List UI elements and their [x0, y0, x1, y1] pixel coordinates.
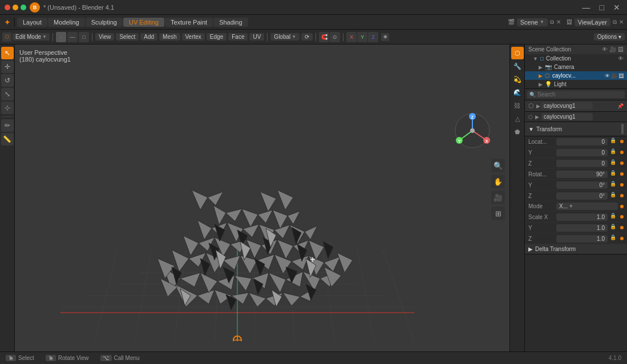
edge-menu[interactable]: Edge [207, 33, 226, 41]
scale-z-lock[interactable]: 🔒 [610, 234, 618, 242]
mesh-menu[interactable]: Mesh [159, 33, 180, 41]
face-select-btn[interactable]: □ [79, 32, 89, 42]
rotation-y-lock[interactable]: 🔒 [610, 181, 618, 189]
navigation-gizmo[interactable]: Z X Y [454, 112, 491, 149]
rotation-mode-dropdown[interactable]: X... ▼ [556, 203, 618, 210]
rotation-x-value[interactable]: 90° [556, 171, 608, 178]
location-x-lock[interactable]: 🔒 [610, 137, 618, 145]
tab-texture-paint[interactable]: Texture Paint [165, 18, 213, 27]
select-menu[interactable]: Select [116, 33, 139, 41]
tab-modeling[interactable]: Modeling [48, 18, 85, 27]
scale-x-value[interactable]: 1.0 [556, 213, 608, 221]
rotation-z-value[interactable]: 0° [556, 192, 608, 200]
pan-btn[interactable]: ✋ [491, 175, 505, 188]
viewlayer-x-icon[interactable]: ✕ [619, 19, 624, 25]
outliner-camera[interactable]: ▶ 📷 Camera [525, 63, 627, 71]
modifier-props-btn[interactable]: 🔧 [511, 60, 524, 72]
location-x-value[interactable]: 0 [556, 138, 608, 145]
object-name-input[interactable] [541, 102, 593, 110]
transform-collapse-arrow[interactable]: ▼ [528, 126, 534, 132]
uv-menu[interactable]: UV [249, 33, 264, 41]
zoom-btn[interactable]: 🔍 [491, 159, 505, 172]
vert-select-btn[interactable]: · [56, 32, 66, 42]
rotate-tool[interactable]: ↺ [1, 74, 14, 87]
minimize-button[interactable]: — [580, 3, 593, 12]
location-z-lock[interactable]: 🔒 [610, 159, 618, 167]
transform-orientation[interactable]: ⟳ [301, 33, 313, 41]
transform-tool[interactable]: ⊹ [1, 102, 14, 114]
options-button[interactable]: Options ▾ [594, 33, 625, 41]
snap-btn[interactable]: 🧲 [319, 32, 329, 42]
scene-selector[interactable]: Scene ▼ [517, 18, 548, 26]
outliner-collection[interactable]: ▼ □ Collection 👁 [525, 54, 627, 63]
tab-uv-editing[interactable]: UV Editing [123, 18, 164, 27]
mode-dropdown[interactable]: Edit Mode ▼ [13, 33, 50, 41]
annotate-tool[interactable]: ✏ [1, 119, 14, 132]
x-icon[interactable]: ✕ [556, 19, 561, 25]
cursor-tool[interactable]: ↖ [1, 47, 14, 59]
props-search-box[interactable]: 🔍 [527, 91, 625, 98]
render-icon[interactable]: 🖼 [618, 46, 624, 52]
x-axis-btn[interactable]: X [346, 32, 357, 42]
transform-drag-handle[interactable] [621, 124, 624, 134]
mesh-render-icon[interactable]: 🖼 [618, 73, 624, 79]
z-axis-btn[interactable]: Z [368, 32, 378, 42]
scale-x-lock[interactable]: 🔒 [610, 213, 618, 221]
move-tool[interactable]: ✛ [1, 60, 14, 73]
outliner-light[interactable]: ▶ 💡 Light [525, 80, 627, 88]
close-button[interactable]: ✕ [611, 3, 622, 12]
camera-view-btn[interactable]: 🎥 [491, 191, 505, 204]
maximize-dot[interactable] [21, 5, 26, 10]
particles-props-btn[interactable]: 💫 [511, 73, 524, 86]
edge-select-btn[interactable]: — [67, 32, 78, 42]
window-buttons[interactable]: — □ ✕ [580, 3, 622, 12]
material-props-btn[interactable]: ⬟ [511, 126, 524, 138]
tab-shading[interactable]: Shading [213, 18, 248, 27]
pin-icon[interactable]: 📌 [617, 103, 624, 109]
eye-icon[interactable]: 👁 [602, 46, 608, 52]
outliner-header-icons[interactable]: 👁 🎥 🖼 [602, 46, 624, 52]
workspace-tabs[interactable]: Layout Modeling Sculpting UV Editing Tex… [15, 18, 250, 27]
physics-props-btn[interactable]: 🌊 [511, 86, 524, 99]
mesh-row-icons[interactable]: 👁 🎥 🖼 [605, 73, 624, 79]
viewport[interactable]: User Perspective (180) caylocvung1 [15, 45, 509, 351]
normal-btn[interactable]: ⊕ [381, 33, 389, 41]
global-transform[interactable]: Global ▼ [270, 33, 300, 41]
scale-y-value[interactable]: 1.0 [556, 224, 608, 232]
scale-tool[interactable]: ⤡ [1, 88, 14, 100]
data-props-btn[interactable]: △ [511, 112, 524, 125]
y-axis-btn[interactable]: Y [357, 32, 367, 42]
object-props-btn[interactable]: ⬡ [511, 47, 524, 59]
mesh-name-input[interactable] [541, 113, 593, 120]
face-menu[interactable]: Face [228, 33, 248, 41]
outliner-mesh-object[interactable]: ▶ ⬡ caylocv... 👁 🎥 🖼 [525, 71, 627, 80]
location-y-value[interactable]: 0 [556, 149, 608, 156]
proportional-btn[interactable]: ⊙ [330, 32, 340, 42]
delta-collapse-arrow[interactable]: ▶ [528, 246, 533, 252]
grid-btn[interactable]: ⊞ [491, 207, 505, 220]
rotation-y-value[interactable]: 0° [556, 181, 608, 189]
vertex-menu[interactable]: Vertex [182, 33, 205, 41]
mesh-eye-icon[interactable]: 👁 [605, 73, 610, 79]
scale-z-value[interactable]: 1.0 [556, 235, 608, 242]
rotation-z-lock[interactable]: 🔒 [610, 192, 618, 200]
collection-eye[interactable]: 👁 [618, 55, 624, 62]
tab-layout[interactable]: Layout [17, 18, 47, 27]
add-menu[interactable]: Add [140, 33, 157, 41]
location-z-value[interactable]: 0 [556, 160, 608, 167]
measure-tool[interactable]: 📏 [1, 133, 14, 145]
maximize-button[interactable]: □ [597, 3, 606, 12]
close-dot[interactable] [5, 5, 10, 10]
mesh-cam-icon[interactable]: 🎥 [611, 73, 617, 79]
viewlayer-selector[interactable]: ViewLayer [575, 18, 610, 26]
tab-sculpting[interactable]: Sculpting [86, 18, 123, 27]
props-search-input[interactable] [537, 91, 583, 98]
rotation-x-lock[interactable]: 🔒 [610, 170, 618, 178]
location-y-lock[interactable]: 🔒 [610, 148, 618, 156]
minimize-dot[interactable] [13, 5, 18, 10]
constraints-btn[interactable]: ⛓ [511, 99, 524, 112]
view-menu[interactable]: View [95, 33, 115, 41]
camera-icon[interactable]: 🎥 [609, 46, 616, 52]
scale-y-lock[interactable]: 🔒 [610, 224, 618, 232]
window-controls[interactable] [5, 5, 26, 10]
